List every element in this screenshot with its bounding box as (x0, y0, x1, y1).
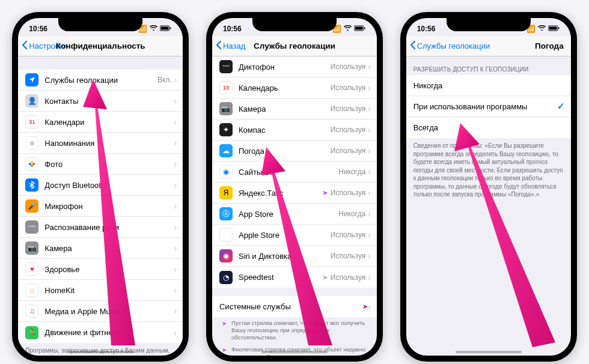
back-button[interactable]: Службы геолокации (410, 40, 486, 52)
home-indicator (261, 351, 328, 353)
row-siri[interactable]: ◉ Siri и Диктовка Используя › (212, 246, 377, 267)
row-label: Камера (239, 105, 331, 114)
navbar: Назад Службы геолокации (212, 36, 377, 56)
row-weather[interactable]: ☁ Погода Используя › (212, 141, 377, 162)
row-voice-memos[interactable]: 〰 Диктофон Используя › (212, 56, 377, 77)
row-speedtest[interactable]: ◔ Speedtest ➤ Используя › (212, 267, 377, 288)
battery-icon (354, 25, 366, 33)
row-speech[interactable]: 〰 Распознавание речи › (18, 217, 183, 238)
row-motion[interactable]: 🏃 Движение и фитнес › (18, 322, 183, 343)
row-label: Всегда (414, 123, 565, 132)
row-label: Календари (44, 118, 174, 127)
system-list: Системные службы ➤ › (212, 296, 377, 317)
row-detail: Никогда (338, 168, 365, 176)
health-icon: ♥ (25, 262, 38, 276)
chevron-right-icon: › (368, 167, 371, 177)
footer-text: Программы, запросившие доступ к Вашим да… (18, 343, 183, 356)
row-reminders[interactable]: ≡ Напоминания › (18, 133, 183, 154)
home-indicator (456, 351, 522, 353)
nav-title: Погода (535, 41, 564, 50)
row-camera[interactable]: 📷 Камера › (18, 238, 183, 259)
yandex-icon: Я (219, 186, 233, 199)
location-icon (25, 73, 38, 86)
past-location-icon: ➤ (322, 273, 328, 282)
row-detail: Используя (331, 231, 366, 239)
row-label: Календарь (239, 83, 331, 93)
row-microphone[interactable]: 🎤 Микрофон › (18, 196, 183, 217)
row-label: Speedtest (239, 273, 322, 282)
row-label: HomeKit (44, 286, 174, 295)
footer-text: Сведения от программы: «Если Вы разрешит… (406, 138, 571, 205)
row-camera[interactable]: 📷 Камера Используя › (212, 99, 377, 120)
row-appstore[interactable]: Ⓐ App Store Никогда › (212, 204, 377, 225)
voice-memos-icon: 〰 (219, 60, 233, 73)
row-yandex[interactable]: Я Яндекс.Такс ➤ Используя › (212, 183, 377, 204)
notch (252, 18, 337, 31)
siri-icon: ◉ (219, 249, 233, 262)
homekit-icon: ⌂ (25, 284, 38, 297)
row-contacts[interactable]: 👤 Контакты › (18, 91, 183, 112)
chevron-right-icon: › (368, 230, 371, 240)
section-header: РАЗРЕШИТЬ ДОСТУП К ГЕОПОЗИЦИИ (406, 56, 571, 75)
row-detail: Используя (331, 126, 366, 134)
row-label: App Store (239, 210, 338, 219)
location-arrow-icon: ➤ (362, 303, 368, 311)
row-calendar[interactable]: 13 Календарь Используя › (212, 77, 377, 99)
row-label: Apple Store (239, 231, 331, 240)
svg-point-4 (32, 163, 35, 165)
scroll-area[interactable]: Службы геолокации Вкл. › 👤 Контакты › 31… (18, 56, 183, 356)
chevron-right-icon: › (174, 243, 177, 253)
scroll-area[interactable]: 〰 Диктофон Используя › 13 Календарь Испо… (212, 56, 377, 356)
svg-point-5 (31, 165, 33, 167)
row-photos[interactable]: Фото › (18, 154, 183, 175)
notch (58, 18, 142, 31)
row-label: Напоминания (44, 139, 174, 148)
status-icons: 📶 (138, 25, 172, 33)
appstore-icon: Ⓐ (219, 207, 233, 220)
chevron-right-icon: › (174, 264, 177, 274)
row-detail: Используя (331, 105, 366, 113)
row-label: Здоровье (44, 265, 174, 274)
row-never[interactable]: Никогда (406, 75, 571, 96)
row-always[interactable]: Всегда (406, 117, 571, 138)
navbar: Службы геолокации Погода (406, 36, 571, 56)
row-compass[interactable]: ✦ Компас Используя › (212, 120, 377, 141)
row-label: Микрофон (44, 202, 174, 211)
svg-rect-11 (549, 27, 557, 30)
row-homekit[interactable]: ⌂ HomeKit › (18, 280, 183, 301)
row-applestore[interactable]: Apple Store Используя › (212, 225, 377, 246)
row-media[interactable]: ♫ Медиа и Apple Music › (18, 301, 183, 322)
chevron-right-icon: › (368, 125, 371, 135)
row-health[interactable]: ♥ Здоровье › (18, 259, 183, 280)
status-icons: 📶 (332, 25, 366, 33)
contacts-icon: 👤 (25, 94, 38, 108)
row-bluetooth[interactable]: Доступ Bluetooth › (18, 175, 183, 196)
wifi-icon (344, 25, 352, 33)
row-detail: Используя (331, 252, 366, 260)
motion-icon: 🏃 (25, 326, 38, 339)
safari-icon: ◉ (219, 165, 233, 178)
svg-rect-2 (170, 28, 171, 29)
applestore-icon (219, 228, 233, 241)
row-label: Распознавание речи (44, 223, 174, 232)
chevron-right-icon: › (368, 209, 371, 219)
chevron-right-icon: › (174, 117, 177, 127)
chevron-right-icon: › (368, 62, 371, 71)
row-calendars[interactable]: 31 Календари › (18, 112, 183, 133)
chevron-right-icon: › (368, 273, 371, 282)
row-while-using[interactable]: При использовании программы ✓ (406, 96, 571, 117)
row-safari[interactable]: ◉ Сайты Sa Никогда › (212, 162, 377, 183)
screen: 10:56 📶 Службы геолокации Погода РАЗРЕШИ… (406, 18, 571, 356)
chevron-right-icon: › (174, 138, 177, 148)
row-label: Яндекс.Такс (239, 189, 322, 198)
status-time: 10:56 (417, 25, 436, 33)
speech-icon: 〰 (25, 220, 38, 234)
svg-rect-9 (364, 28, 365, 29)
row-location-services[interactable]: Службы геолокации Вкл. › (18, 70, 183, 91)
navbar: Настройки Конфиденциальность (18, 36, 183, 56)
row-label: Контакты (44, 97, 174, 106)
back-button[interactable]: Назад (216, 40, 245, 52)
scroll-area[interactable]: РАЗРЕШИТЬ ДОСТУП К ГЕОПОЗИЦИИ Никогда Пр… (406, 56, 571, 356)
row-system-services[interactable]: Системные службы ➤ › (212, 296, 377, 317)
row-label: Сайты Sa (239, 168, 338, 177)
